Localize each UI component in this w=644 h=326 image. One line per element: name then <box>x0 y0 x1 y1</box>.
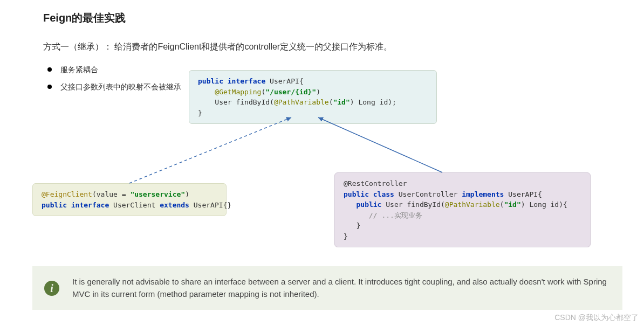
code-annotation: @GetMapping <box>198 88 261 96</box>
code-string: "userservice" <box>130 190 185 198</box>
code-text: UserAPI{ <box>504 190 542 198</box>
bullet-item: 服务紧耦合 <box>43 64 194 75</box>
info-text: It is generally not advisable to share a… <box>72 276 611 300</box>
bullet-list: 服务紧耦合 父接口参数列表中的映射不会被继承 <box>43 64 194 99</box>
connector-line-right <box>318 117 442 172</box>
connector-line-left <box>129 117 291 183</box>
code-string: "id" <box>333 98 350 106</box>
code-string: "id" <box>504 200 520 209</box>
code-box-controller: @RestController public class UserControl… <box>334 172 591 247</box>
code-keyword: public <box>344 200 381 209</box>
code-text: ) <box>316 88 320 96</box>
code-text: } <box>198 109 202 117</box>
code-text: } <box>344 221 360 230</box>
info-callout: i It is generally not advisable to share… <box>32 266 622 310</box>
code-keyword: extends <box>160 201 189 209</box>
code-text: ) <box>185 190 189 198</box>
code-text: UserAPI{} <box>189 201 231 209</box>
code-text: ) Long id); <box>350 98 396 106</box>
code-annotation: @FeignClient <box>42 190 92 198</box>
code-keyword: implements <box>462 190 504 198</box>
subtitle: 方式一（继承）： 给消费者的FeignClient和提供者的controller… <box>43 41 601 53</box>
info-icon: i <box>44 281 59 296</box>
code-keyword: public class <box>344 190 394 198</box>
bullet-item: 父接口参数列表中的映射不会被继承 <box>43 81 194 93</box>
code-text: User findById( <box>198 98 274 106</box>
code-text: @RestController <box>344 179 407 188</box>
code-annotation: @PathVariable <box>445 200 500 209</box>
code-text: UserClient <box>109 201 160 209</box>
code-text: ) Long id){ <box>521 200 567 209</box>
code-annotation: @PathVariable <box>274 98 329 106</box>
code-text: } <box>344 232 348 240</box>
code-text: (value = <box>92 190 130 198</box>
code-keyword: public interface <box>42 201 109 209</box>
code-comment: // ...实现业务 <box>344 211 422 219</box>
code-box-userapi: public interface UserAPI{ @GetMapping("/… <box>189 70 437 124</box>
code-text: UserAPI{ <box>265 77 303 85</box>
watermark: CSDN @我以为心都空了 <box>554 313 639 323</box>
code-text: User findById( <box>381 200 444 209</box>
code-string: "/user/{id}" <box>265 88 316 96</box>
code-text: UserController <box>394 190 462 198</box>
page-title: Feign的最佳实践 <box>43 11 601 25</box>
code-keyword: public interface <box>198 77 265 85</box>
code-box-feignclient: @FeignClient(value = "userservice") publ… <box>32 183 227 216</box>
